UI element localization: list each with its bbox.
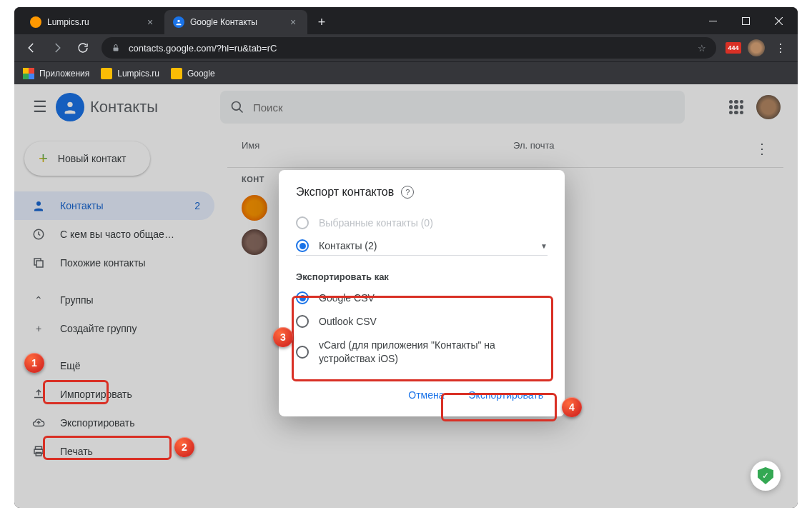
svg-point-0 xyxy=(177,20,179,22)
chevron-down-icon[interactable]: ▼ xyxy=(540,242,548,250)
export-as-label: Экспортировать как xyxy=(296,264,548,286)
back-button[interactable] xyxy=(20,36,43,59)
bookmark-apps[interactable]: Приложения xyxy=(23,68,89,79)
radio-all-contacts[interactable]: Контакты (2) ▼ xyxy=(296,234,548,256)
radio-icon xyxy=(296,216,309,229)
help-icon[interactable]: ? xyxy=(401,186,414,199)
folder-icon xyxy=(171,68,182,79)
url-text: contacts.google.com/?hl=ru&tab=rC xyxy=(129,43,277,54)
profile-avatar[interactable] xyxy=(746,38,766,58)
apps-icon xyxy=(23,68,34,79)
tab-title: Lumpics.ru xyxy=(47,17,142,27)
shield-icon: ✓ xyxy=(758,467,773,484)
export-button[interactable]: Экспортировать xyxy=(457,384,555,406)
radio-selected-contacts: Выбранные контакты (0) xyxy=(296,211,548,234)
radio-outlook-csv[interactable]: Outlook CSV xyxy=(296,310,548,334)
dialog-title: Экспорт контактов ? xyxy=(279,186,565,211)
window-controls xyxy=(696,7,798,34)
bookmark-lumpics[interactable]: Lumpics.ru xyxy=(101,68,159,79)
url-bar[interactable]: contacts.google.com/?hl=ru&tab=rC ☆ xyxy=(102,37,716,59)
lock-icon xyxy=(112,43,122,53)
tab-google-contacts[interactable]: Google Контакты × xyxy=(164,10,307,34)
reload-button[interactable] xyxy=(71,36,94,59)
forward-button[interactable] xyxy=(46,36,69,59)
browser-window: Lumpics.ru × Google Контакты × + contact… xyxy=(14,7,798,508)
close-button[interactable] xyxy=(762,7,795,34)
tab-title: Google Контакты xyxy=(190,17,284,27)
svg-rect-2 xyxy=(742,17,749,24)
close-icon[interactable]: × xyxy=(287,16,299,28)
svg-rect-5 xyxy=(114,48,119,51)
export-dialog: Экспорт контактов ? Выбранные контакты (… xyxy=(279,170,565,416)
bookmarks-bar: Приложения Lumpics.ru Google xyxy=(14,61,798,84)
new-tab-button[interactable]: + xyxy=(312,12,332,32)
minimize-button[interactable] xyxy=(696,7,729,34)
star-icon[interactable]: ☆ xyxy=(698,43,706,54)
tab-strip: Lumpics.ru × Google Контакты × + xyxy=(14,7,696,34)
extension-badge[interactable]: 444 xyxy=(723,38,743,58)
radio-icon xyxy=(296,315,309,328)
close-icon[interactable]: × xyxy=(144,16,156,28)
shield-badge[interactable]: ✓ xyxy=(751,461,781,491)
radio-vcard[interactable]: vCard (для приложения "Контакты" на устр… xyxy=(296,334,548,371)
folder-icon xyxy=(101,68,112,79)
radio-icon xyxy=(296,346,309,359)
favicon-contacts xyxy=(173,16,184,28)
titlebar: Lumpics.ru × Google Контакты × + xyxy=(14,7,798,34)
address-bar: contacts.google.com/?hl=ru&tab=rC ☆ 444 … xyxy=(14,34,798,61)
maximize-button[interactable] xyxy=(729,7,762,34)
page-content: ☰ Контакты + Новый контакт xyxy=(14,84,798,508)
favicon-lumpics xyxy=(30,16,41,28)
radio-icon xyxy=(296,291,309,304)
menu-button[interactable]: ⋮ xyxy=(769,36,792,59)
tab-lumpics[interactable]: Lumpics.ru × xyxy=(21,10,164,34)
radio-icon xyxy=(296,239,309,252)
radio-google-csv[interactable]: Google CSV xyxy=(296,286,548,310)
bookmark-google[interactable]: Google xyxy=(171,68,215,79)
cancel-button[interactable]: Отмена xyxy=(397,384,455,406)
